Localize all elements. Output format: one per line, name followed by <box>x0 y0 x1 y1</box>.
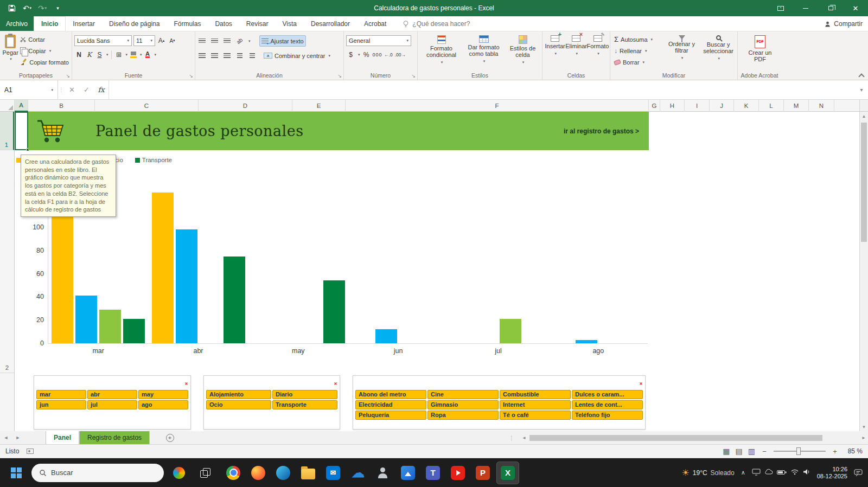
underline-button[interactable]: S <box>95 49 104 60</box>
new-sheet-button[interactable]: + <box>163 431 177 444</box>
conditional-formatting-button[interactable]: Formato condicional ▾ <box>421 34 462 66</box>
undo-button[interactable]: ↶▾ <box>20 0 35 16</box>
row-header-2[interactable]: 2 <box>0 150 14 373</box>
bar-transporte-abr[interactable] <box>224 257 245 344</box>
font-size-combo[interactable]: 11 ▾ <box>133 35 155 46</box>
bar-alojamiento-mar[interactable] <box>52 211 73 343</box>
ribbon-tab-fórmulas[interactable]: Fórmulas <box>167 16 208 31</box>
decrease-decimal-button[interactable]: .00→ <box>395 49 406 60</box>
zoom-slider[interactable] <box>774 451 826 452</box>
align-right-button[interactable] <box>222 50 232 61</box>
horizontal-scrollbar-track[interactable] <box>528 434 859 441</box>
autosum-button[interactable]: Σ Autosuma ▾ <box>612 34 663 45</box>
zoom-in-button[interactable]: + <box>831 447 839 456</box>
dialog-launcher-icon[interactable]: ↘ <box>337 73 342 79</box>
ribbon-tab-acrobat[interactable]: Acrobat <box>357 16 393 31</box>
sheet-tab-registro-de-gastos[interactable]: Registro de gastos <box>79 431 150 444</box>
taskbar-app-teams[interactable] <box>422 462 444 484</box>
taskbar-app-excel[interactable] <box>497 462 519 484</box>
slicer-button[interactable]: Té o café <box>500 411 571 420</box>
cell-styles-button[interactable]: Estilos de celda ▾ <box>506 34 540 66</box>
multi-select-icon[interactable] <box>625 379 632 385</box>
notification-center-button[interactable] <box>854 469 863 477</box>
taskbar-app-photos[interactable] <box>397 462 419 484</box>
scroll-right-arrow[interactable]: ► <box>859 435 868 440</box>
zoom-slider-thumb[interactable] <box>796 447 801 455</box>
slicer-button[interactable]: Teléfono fijo <box>572 411 643 420</box>
taskbar-app-file-explorer[interactable] <box>297 462 319 484</box>
ribbon-tab-inicio[interactable]: Inicio <box>34 16 66 31</box>
taskbar-app-mail[interactable] <box>322 462 344 484</box>
row-header-1[interactable]: 1 <box>0 112 14 150</box>
bar-diario-mar[interactable] <box>75 296 97 343</box>
taskbar-app-chrome[interactable] <box>222 462 244 484</box>
bar-diario-jun[interactable] <box>375 329 397 343</box>
format-cells-button[interactable]: Formato ▾ <box>587 34 609 57</box>
slicer-button[interactable]: Abono del metro <box>355 390 426 399</box>
redo-button[interactable]: ↷▾ <box>35 0 50 16</box>
currency-format-button[interactable]: $ <box>346 49 355 60</box>
slicer-button[interactable]: Lentes de cont... <box>572 400 643 409</box>
bold-button[interactable]: N <box>74 49 84 60</box>
column-header-F[interactable]: F <box>346 100 649 112</box>
cancel-button[interactable]: ✕ <box>65 80 79 99</box>
slicer-button[interactable]: Cine <box>427 390 499 399</box>
sort-filter-button[interactable]: Ordenar y filtrar ▾ <box>665 34 699 61</box>
align-middle-button[interactable] <box>210 36 219 46</box>
ribbon-tab-vista[interactable]: Vista <box>276 16 304 31</box>
slicer-button[interactable]: Internet <box>500 400 571 409</box>
paste-button[interactable]: Pegar ▾ <box>2 34 18 61</box>
page-layout-view-button[interactable]: ▤ <box>736 447 743 456</box>
taskbar-app-firefox[interactable] <box>247 462 269 484</box>
column-header-E[interactable]: E <box>292 100 346 112</box>
minimize-button[interactable] <box>793 0 818 16</box>
slicer-button[interactable]: jun <box>36 400 86 409</box>
slicer-button[interactable]: Ropa <box>427 411 499 420</box>
column-header-K[interactable]: K <box>734 100 759 112</box>
align-center-button[interactable] <box>210 50 219 61</box>
clear-button[interactable]: Borrar ▾ <box>612 56 663 68</box>
scroll-left-arrow[interactable]: ◄ <box>520 435 528 440</box>
insert-function-button[interactable]: fx <box>94 80 108 99</box>
delete-cells-button[interactable]: Eliminar ▾ <box>565 34 587 57</box>
multi-select-icon[interactable] <box>320 379 327 385</box>
go-to-expense-log-link[interactable]: ir al registro de gastos > <box>564 127 639 135</box>
macro-record-button[interactable] <box>27 448 34 454</box>
percent-format-button[interactable]: % <box>362 49 371 60</box>
copilot-button[interactable] <box>168 462 190 484</box>
battery-icon[interactable] <box>777 469 787 477</box>
tell-me-search[interactable]: ¿Qué desea hacer? <box>402 16 470 31</box>
slicer-button[interactable]: may <box>138 390 188 399</box>
volume-icon[interactable] <box>803 469 810 477</box>
format-as-table-button[interactable]: Dar formato como tabla ▾ <box>464 34 504 65</box>
save-button[interactable] <box>4 0 20 16</box>
sheet-nav-left[interactable]: ◄ <box>0 431 12 444</box>
restore-button[interactable] <box>818 0 843 16</box>
ribbon-tab-insertar[interactable]: Insertar <box>66 16 102 31</box>
clock[interactable]: 10:26 08-12-2025 <box>817 466 847 480</box>
ribbon-display-options-button[interactable]: ^ <box>768 0 793 16</box>
ribbon-tab-diseño-de-página[interactable]: Diseño de página <box>102 16 167 31</box>
increase-indent-button[interactable] <box>247 50 257 61</box>
slicer-button[interactable]: abr <box>87 390 137 399</box>
slicer-button[interactable]: jul <box>87 400 137 409</box>
column-header-C[interactable]: C <box>95 100 199 112</box>
dialog-launcher-icon[interactable]: ↘ <box>66 73 70 79</box>
fill-button[interactable]: ↓ Rellenar ▾ <box>612 45 663 56</box>
slicer-button[interactable]: Electricidad <box>355 400 426 409</box>
clear-filter-icon[interactable] <box>635 379 642 385</box>
start-button[interactable] <box>5 462 27 484</box>
ribbon-tab-revisar[interactable]: Revisar <box>239 16 276 31</box>
decrease-indent-button[interactable] <box>235 50 244 61</box>
ribbon-tab-desarrollador[interactable]: Desarrollador <box>304 16 357 31</box>
slicer-button[interactable]: Transporte <box>272 400 337 409</box>
bar-ocio-mar[interactable] <box>99 310 121 343</box>
close-button[interactable]: ✕ <box>843 0 868 16</box>
font-color-button[interactable]: A <box>143 49 152 60</box>
italic-button[interactable]: K <box>85 49 94 60</box>
merge-center-button[interactable]: a Combinar y centrar ▾ <box>262 50 332 61</box>
column-header-L[interactable]: L <box>759 100 784 112</box>
tab-archivo[interactable]: Archivo <box>0 16 34 31</box>
display-icon[interactable] <box>752 469 761 477</box>
slicer-button[interactable]: Combustible <box>500 390 571 399</box>
